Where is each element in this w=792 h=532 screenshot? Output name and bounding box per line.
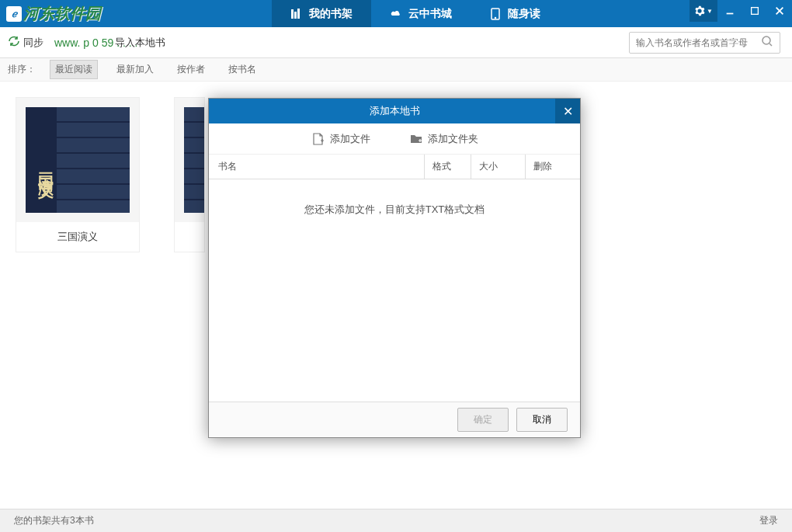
chevron-down-icon: ▼ bbox=[707, 8, 713, 15]
status-bar: 您的书架共有3本书 登录 bbox=[0, 509, 792, 532]
sync-label: 同步 bbox=[23, 36, 43, 50]
bars-icon bbox=[290, 8, 303, 20]
sort-bar: 排序： 最近阅读 最新加入 按作者 按书名 bbox=[0, 58, 792, 82]
add-folder-label: 添加文件夹 bbox=[428, 132, 478, 146]
tab-label: 随身读 bbox=[508, 7, 540, 21]
file-add-icon bbox=[311, 132, 325, 146]
svg-point-4 bbox=[495, 17, 496, 18]
add-folder-button[interactable]: 添加文件夹 bbox=[409, 132, 478, 146]
sort-by-title[interactable]: 按书名 bbox=[224, 61, 261, 78]
add-file-label: 添加文件 bbox=[330, 132, 370, 146]
column-name: 书名 bbox=[209, 155, 425, 179]
modal-header[interactable]: 添加本地书 ✕ bbox=[209, 99, 580, 123]
sync-icon bbox=[8, 35, 20, 50]
modal-footer: 确定 取消 bbox=[209, 402, 580, 437]
cancel-button[interactable]: 取消 bbox=[516, 408, 568, 432]
modal-table-header: 书名 格式 大小 删除 bbox=[209, 155, 580, 179]
minimize-button[interactable] bbox=[717, 0, 742, 22]
search-icon[interactable] bbox=[761, 35, 773, 50]
watermark-text: 河东软件园 bbox=[23, 3, 101, 24]
book-card[interactable]: 三国演义 三国演义 bbox=[16, 97, 140, 252]
svg-rect-6 bbox=[752, 8, 759, 15]
book-cover: 三国演义 bbox=[16, 98, 139, 222]
tab-cloud-store[interactable]: 云中书城 bbox=[371, 0, 471, 27]
book-title: 三国演义 bbox=[16, 222, 139, 252]
search-input[interactable] bbox=[636, 37, 761, 48]
sort-recent-read[interactable]: 最近阅读 bbox=[50, 60, 98, 79]
sync-button[interactable]: 同步 bbox=[8, 35, 43, 50]
svg-rect-2 bbox=[297, 9, 300, 19]
book-cover-text: 三国演义 bbox=[26, 107, 57, 213]
add-file-button[interactable]: 添加文件 bbox=[311, 132, 370, 146]
modal-title: 添加本地书 bbox=[370, 104, 420, 118]
add-book-modal: 添加本地书 ✕ 添加文件 添加文件夹 书名 格式 大小 删除 您还未添加文件，目… bbox=[208, 98, 581, 438]
modal-empty-message: 您还未添加文件，目前支持TXT格式文档 bbox=[209, 179, 580, 240]
login-link[interactable]: 登录 bbox=[759, 514, 778, 527]
svg-point-9 bbox=[762, 37, 770, 44]
title-bar: ℯ 河东软件园 我的书架 云中书城 随身读 ▼ bbox=[0, 0, 792, 27]
app-icon: ℯ bbox=[6, 6, 22, 22]
maximize-button[interactable] bbox=[742, 0, 767, 22]
tablet-icon bbox=[489, 8, 502, 20]
sort-recent-add[interactable]: 最新加入 bbox=[112, 61, 158, 78]
sort-by-author[interactable]: 按作者 bbox=[172, 61, 210, 78]
column-size: 大小 bbox=[471, 155, 526, 179]
toolbar-watermark: www. p 0 59 . . . . bbox=[54, 37, 137, 49]
nav-tabs: 我的书架 云中书城 随身读 bbox=[272, 0, 559, 27]
book-card-partial[interactable] bbox=[174, 97, 205, 252]
tab-label: 云中书城 bbox=[408, 7, 452, 21]
svg-rect-1 bbox=[294, 12, 297, 19]
ok-button[interactable]: 确定 bbox=[457, 408, 509, 432]
close-button[interactable] bbox=[767, 0, 792, 22]
modal-actions: 添加文件 添加文件夹 bbox=[209, 123, 580, 155]
column-delete: 删除 bbox=[526, 155, 580, 179]
window-controls: ▼ bbox=[690, 0, 792, 27]
settings-button[interactable]: ▼ bbox=[690, 0, 717, 22]
svg-rect-0 bbox=[291, 9, 294, 19]
cloud-icon bbox=[390, 8, 402, 20]
toolbar: 同步 www. p 0 59 . . . . 导入本地书 bbox=[0, 27, 792, 58]
column-format: 格式 bbox=[425, 155, 471, 179]
search-box[interactable] bbox=[629, 32, 780, 54]
watermark: 河东软件园 bbox=[23, 0, 101, 27]
sort-label: 排序： bbox=[8, 63, 36, 76]
tab-portable[interactable]: 随身读 bbox=[471, 0, 559, 27]
folder-add-icon bbox=[409, 132, 423, 146]
modal-close-button[interactable]: ✕ bbox=[555, 99, 580, 123]
tab-my-shelf[interactable]: 我的书架 bbox=[272, 0, 371, 27]
svg-line-10 bbox=[769, 43, 772, 46]
status-book-count: 您的书架共有3本书 bbox=[14, 514, 94, 527]
tab-label: 我的书架 bbox=[309, 7, 353, 21]
